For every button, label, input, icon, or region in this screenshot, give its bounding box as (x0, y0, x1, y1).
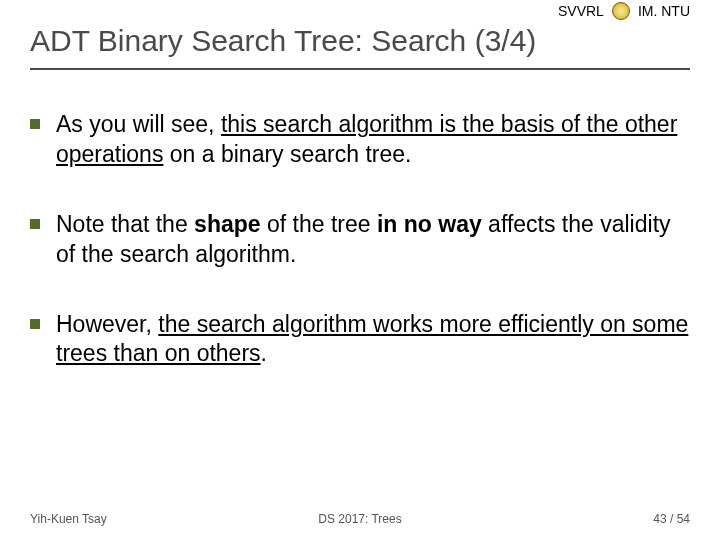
square-bullet-icon (30, 219, 40, 229)
text-bold: shape (194, 211, 260, 237)
bullet-item: However, the search algorithm works more… (30, 310, 690, 370)
slide-title: ADT Binary Search Tree: Search (3/4) (30, 18, 690, 70)
square-bullet-icon (30, 119, 40, 129)
slide-footer: Yih-Kuen Tsay DS 2017: Trees 43 / 54 (30, 512, 690, 526)
bullet-text: As you will see, this search algorithm i… (56, 110, 690, 170)
footer-page: 43 / 54 (653, 512, 690, 526)
square-bullet-icon (30, 319, 40, 329)
footer-author: Yih-Kuen Tsay (30, 512, 107, 526)
university-logo-icon (612, 2, 630, 20)
text-bold: in no way (377, 211, 482, 237)
page-sep: / (667, 512, 677, 526)
bullet-item: As you will see, this search algorithm i… (30, 110, 690, 170)
text-plain: Note that the (56, 211, 194, 237)
bullet-text: However, the search algorithm works more… (56, 310, 690, 370)
text-plain: of the tree (261, 211, 377, 237)
page-current: 43 (653, 512, 666, 526)
org-right-label: IM. NTU (638, 3, 690, 19)
slide-body: As you will see, this search algorithm i… (30, 70, 690, 369)
text-plain: However, (56, 311, 158, 337)
page-total: 54 (677, 512, 690, 526)
text-plain: . (261, 340, 267, 366)
slide-header: SVVRL IM. NTU ADT Binary Search Tree: Se… (30, 0, 690, 70)
bullet-item: Note that the shape of the tree in no wa… (30, 210, 690, 270)
slide: SVVRL IM. NTU ADT Binary Search Tree: Se… (0, 0, 720, 540)
bullet-text: Note that the shape of the tree in no wa… (56, 210, 690, 270)
header-affiliation: SVVRL IM. NTU (558, 2, 690, 20)
text-plain: on a binary search tree. (163, 141, 411, 167)
org-left-label: SVVRL (558, 3, 604, 19)
footer-course: DS 2017: Trees (318, 512, 401, 526)
text-plain: As you will see, (56, 111, 221, 137)
